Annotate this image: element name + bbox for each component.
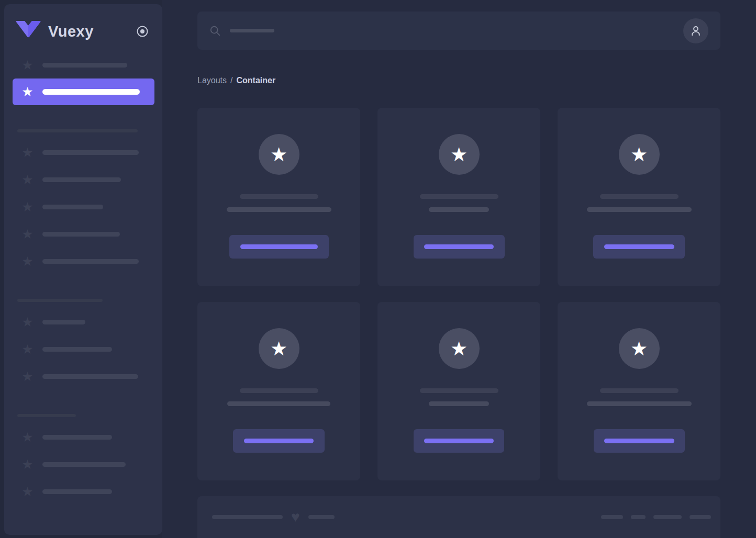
sidebar-section-header — [4, 408, 162, 423]
section-header-bar — [17, 129, 138, 132]
footer-link-bar[interactable] — [601, 515, 623, 519]
star-icon: ★ — [21, 85, 34, 98]
sidebar-item-label-bar — [42, 89, 140, 95]
sidebar-item-label-bar — [42, 347, 112, 352]
card-subtitle-bar — [587, 207, 692, 212]
card-button-label-bar — [604, 244, 674, 249]
star-icon: ★ — [21, 458, 34, 471]
footer-text-bar — [212, 515, 283, 519]
card-button-label-bar — [240, 244, 318, 249]
card-subtitle-bar — [587, 401, 692, 406]
card-button-label-bar — [424, 244, 494, 249]
sidebar-item-label-bar — [42, 205, 103, 209]
star-icon: ★ — [630, 145, 648, 164]
card-button[interactable] — [414, 429, 504, 453]
card-title-bar — [420, 388, 498, 393]
star-icon: ★ — [21, 228, 34, 241]
footer-text-bar — [308, 515, 335, 519]
footer-links — [601, 515, 711, 519]
card-subtitle-bar — [429, 401, 489, 406]
breadcrumb-parent[interactable]: Layouts — [197, 76, 227, 85]
star-icon: ★ — [21, 59, 34, 72]
card-button[interactable] — [594, 429, 685, 453]
sidebar-item[interactable]: ★ — [4, 220, 162, 248]
app-window: Vuexy ★★★★★★★★★★★★★ — [0, 0, 756, 538]
star-icon: ★ — [21, 255, 34, 268]
star-icon: ★ — [21, 485, 34, 498]
search-icon — [209, 25, 221, 37]
sidebar-item-label-bar — [42, 63, 127, 68]
card-title-bar — [600, 388, 679, 393]
section-header-bar — [17, 414, 76, 417]
star-icon: ★ — [450, 339, 468, 358]
sidebar-item[interactable]: ★ — [4, 308, 162, 335]
sidebar-item-label-bar — [42, 462, 126, 467]
sidebar-item[interactable]: ★ — [4, 451, 162, 478]
star-icon: ★ — [21, 200, 34, 214]
star-icon: ★ — [270, 339, 287, 358]
sidebar-item[interactable]: ★ — [4, 166, 162, 193]
sidebar-item[interactable]: ★ — [4, 139, 162, 166]
star-icon: ★ — [630, 339, 648, 358]
star-icon: ★ — [21, 343, 34, 356]
top-navbar — [197, 12, 720, 50]
star-icon: ★ — [270, 145, 287, 164]
placeholder-card: ★ — [377, 302, 540, 480]
sidebar-item-label-bar — [42, 435, 112, 440]
breadcrumb-separator: / — [230, 76, 232, 85]
star-icon: ★ — [21, 146, 34, 159]
card-avatar-circle: ★ — [619, 328, 660, 369]
card-grid: ★★★★★★ — [197, 108, 720, 480]
sidebar-item-label-bar — [42, 177, 121, 182]
star-icon: ★ — [450, 145, 468, 164]
sidebar-nav: ★★★★★★★★★★★★★ — [4, 43, 162, 505]
card-subtitle-bar — [227, 401, 330, 406]
search-placeholder-bar — [230, 29, 274, 32]
card-subtitle-bar — [227, 207, 331, 212]
breadcrumb: Layouts/Container — [197, 76, 720, 85]
card-button[interactable] — [593, 235, 685, 259]
card-button[interactable] — [233, 429, 325, 453]
sidebar-item-label-bar — [42, 489, 112, 494]
card-avatar-circle: ★ — [259, 328, 299, 369]
sidebar-item[interactable]: ★ — [4, 51, 162, 79]
search-input[interactable] — [209, 25, 683, 37]
menu-pin-toggle-icon[interactable] — [136, 25, 149, 38]
star-icon: ★ — [21, 431, 34, 444]
card-avatar-circle: ★ — [439, 328, 480, 369]
sidebar-item[interactable]: ★ — [4, 335, 162, 363]
footer-link-bar[interactable] — [653, 515, 682, 519]
card-button[interactable] — [229, 235, 329, 259]
card-title-bar — [240, 194, 318, 199]
sidebar: Vuexy ★★★★★★★★★★★★★ — [4, 4, 162, 535]
star-icon: ★ — [21, 173, 34, 186]
sidebar-item-label-bar — [42, 232, 120, 237]
placeholder-card: ★ — [197, 302, 360, 480]
vuexy-logo-icon — [16, 21, 41, 42]
card-title-bar — [420, 194, 498, 199]
footer-link-bar[interactable] — [631, 515, 646, 519]
sidebar-item-label-bar — [42, 320, 85, 324]
card-button-label-bar — [604, 439, 674, 443]
card-button-label-bar — [424, 439, 494, 443]
sidebar-header: Vuexy — [4, 4, 162, 43]
sidebar-item[interactable]: ★ — [4, 248, 162, 275]
placeholder-card: ★ — [197, 108, 360, 286]
card-subtitle-bar — [429, 207, 489, 212]
sidebar-section-header — [4, 293, 162, 308]
placeholder-card: ★ — [558, 108, 720, 286]
sidebar-item[interactable]: ★ — [4, 363, 162, 390]
sidebar-item[interactable]: ★ — [4, 193, 162, 220]
card-title-bar — [240, 388, 318, 393]
sidebar-item-active[interactable]: ★ — [13, 79, 154, 105]
sidebar-section-header — [4, 123, 162, 139]
user-avatar[interactable] — [683, 18, 708, 43]
card-title-bar — [600, 194, 679, 199]
placeholder-card: ★ — [558, 302, 720, 480]
star-icon: ★ — [21, 370, 34, 383]
sidebar-item[interactable]: ★ — [4, 478, 162, 505]
footer-link-bar[interactable] — [690, 515, 711, 519]
star-icon: ★ — [21, 316, 34, 329]
card-button[interactable] — [414, 235, 505, 259]
sidebar-item[interactable]: ★ — [4, 423, 162, 451]
